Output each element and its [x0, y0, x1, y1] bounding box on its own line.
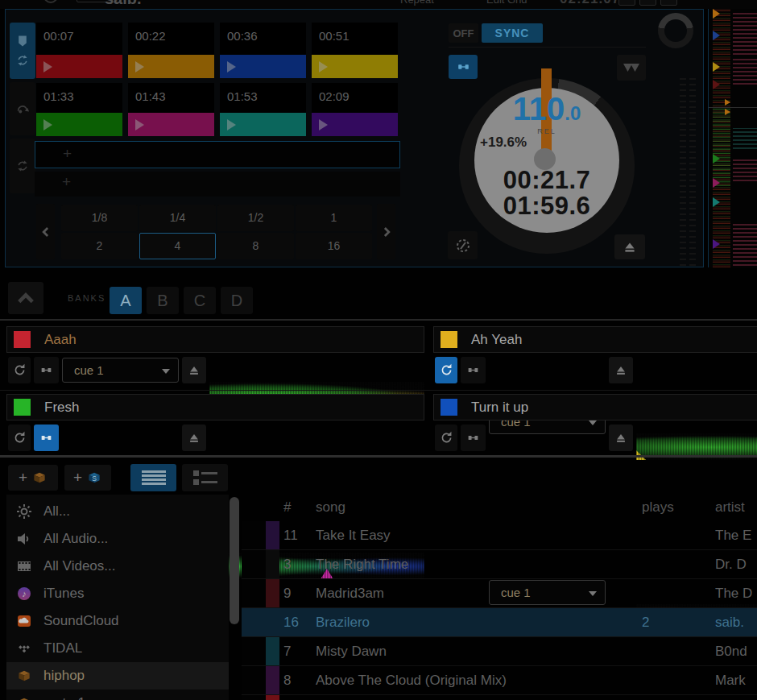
loop-size-1[interactable]: 1	[296, 205, 372, 231]
loop-slot-2[interactable]: +	[35, 172, 400, 197]
pitch-slider-track[interactable]	[680, 74, 686, 266]
sample-eject-button[interactable]	[609, 425, 633, 451]
cue-color-bar[interactable]	[220, 113, 306, 136]
row-gutter	[242, 521, 266, 549]
loop-size-1-2[interactable]: 1/2	[217, 205, 294, 231]
bank-a-button[interactable]: A	[110, 287, 142, 314]
cue-color-bar[interactable]	[128, 113, 214, 136]
sidebar-item-hiphop[interactable]: hiphop	[6, 662, 229, 690]
cue-color-bar[interactable]	[220, 55, 306, 78]
chevron-right-icon	[381, 225, 392, 239]
table-row[interactable]: 9 Madrid3am The D	[242, 579, 757, 608]
vinyl-mode-button[interactable]	[448, 231, 478, 259]
bank-d-button[interactable]: D	[221, 287, 253, 314]
add-smart-crate-button[interactable]: + S	[64, 465, 111, 491]
sample-repeat-button[interactable]	[435, 357, 457, 383]
bank-b-button[interactable]: B	[147, 287, 179, 314]
time-remaining: 01:59.6	[474, 192, 619, 221]
sample-repeat-button[interactable]	[8, 425, 31, 451]
loop-size-prev-button[interactable]	[36, 204, 55, 259]
cue-pad-5[interactable]: 01:33	[36, 83, 122, 136]
cue-pad-1[interactable]: 00:07	[36, 23, 122, 78]
loop-size-1-8[interactable]: 1/8	[61, 205, 138, 231]
cue-pad-3[interactable]: 00:36	[220, 23, 306, 78]
cue-color-bar[interactable]	[36, 113, 122, 136]
loop-size-4[interactable]: 4	[139, 233, 216, 259]
sidebar-item-tidal[interactable]: TIDAL	[6, 635, 229, 662]
loop-slot-1[interactable]: +	[35, 141, 400, 168]
sync-off-button[interactable]: OFF	[449, 23, 478, 43]
cue-color-bar[interactable]	[128, 55, 214, 78]
vinyl-icon	[455, 238, 471, 254]
loop-size-2[interactable]: 2	[61, 233, 138, 259]
tab-hot-cues[interactable]	[10, 23, 35, 79]
filter-knob[interactable]	[658, 13, 693, 48]
sample-repeat-button[interactable]	[8, 357, 31, 383]
divider	[0, 455, 757, 458]
column-header-num[interactable]: #	[283, 499, 291, 516]
sample-eject-button[interactable]	[609, 357, 633, 383]
table-row-selected[interactable]: 16 Brazilero 2 saib.	[242, 608, 757, 637]
sidebar-item-all[interactable]: All...	[6, 498, 229, 525]
grid-shift-button[interactable]	[660, 0, 677, 6]
sidebar-item-soundcloud[interactable]: SoundCloud	[6, 607, 229, 635]
loop-size-next-button[interactable]	[377, 204, 395, 259]
track-num: 3	[283, 557, 291, 573]
sample-sync-button[interactable]	[34, 425, 59, 451]
cue-color-bar[interactable]	[36, 55, 122, 78]
repeat-button[interactable]: Repeat	[400, 0, 434, 6]
eject-icon	[614, 365, 627, 376]
sync-button[interactable]: SYNC	[482, 23, 543, 43]
loop-size-8[interactable]: 8	[217, 233, 294, 259]
quantize-button[interactable]	[449, 55, 478, 79]
sample-repeat-button[interactable]	[435, 425, 457, 451]
cue-pad-6[interactable]: 01:43	[128, 83, 214, 136]
sample-sync-button[interactable]	[34, 357, 59, 383]
cue-color-bar[interactable]	[312, 113, 398, 136]
cue-pad-7[interactable]: 01:53	[220, 83, 306, 136]
table-row[interactable]	[242, 695, 757, 700]
collapse-sampler-button[interactable]	[8, 282, 43, 314]
eject-button[interactable]	[614, 234, 645, 259]
table-row[interactable]: 3 The Right Time Dr. D	[242, 550, 757, 579]
cue-pad-4[interactable]: 00:51	[312, 23, 398, 78]
table-row[interactable]: 11 Take It Easy The E	[242, 521, 757, 550]
track-overview-strip[interactable]	[708, 9, 757, 267]
sidebar-scrollbar[interactable]	[230, 497, 239, 624]
pitch-slider-track[interactable]	[689, 74, 696, 266]
column-header-artist[interactable]: artist	[715, 499, 745, 516]
add-crate-button[interactable]: +	[8, 465, 58, 491]
view-list-button[interactable]	[130, 464, 176, 491]
sample-sync-button[interactable]	[461, 357, 486, 383]
sidebar-item-all-audio[interactable]: All Audio...	[6, 525, 229, 553]
edit-grid-button[interactable]: Edit Grid	[486, 0, 527, 6]
column-header-plays[interactable]: plays	[642, 499, 674, 516]
add-loop-icon[interactable]: +	[63, 145, 72, 163]
table-row[interactable]: 7 Misty Dawn B0nd	[242, 637, 757, 666]
cue-pad-8[interactable]: 02:09	[312, 83, 398, 136]
column-header-song[interactable]: song	[316, 499, 345, 516]
add-loop-icon[interactable]: +	[62, 173, 71, 191]
sidebar-item-itunes[interactable]: ♪ iTunes	[6, 580, 229, 607]
tab-saved-loops[interactable]	[10, 82, 35, 135]
collapse-deck-button[interactable]	[617, 55, 646, 81]
bank-c-button[interactable]: C	[184, 287, 216, 314]
cue-time: 01:53	[220, 83, 306, 103]
key-lock-icon[interactable]	[43, 0, 58, 3]
sidebar-item-all-videos[interactable]: All Videos...	[6, 553, 229, 580]
grid-adjust-button[interactable]	[618, 0, 635, 6]
sample-cue-select[interactable]: cue 1	[62, 358, 179, 383]
tab-auto-loop[interactable]	[10, 139, 35, 193]
sample-eject-button[interactable]	[182, 357, 206, 383]
loop-size-16[interactable]: 16	[296, 233, 372, 259]
track-list-header: # song plays artist	[242, 493, 757, 521]
cue-color-bar[interactable]	[312, 55, 398, 78]
cue-pad-2[interactable]: 00:22	[128, 23, 214, 78]
view-detail-button[interactable]	[182, 464, 228, 491]
table-row[interactable]: 8 Above The Cloud (Original Mix) Mark	[242, 666, 757, 695]
grid-slip-button[interactable]	[639, 0, 656, 6]
sidebar-item-crate-1[interactable]: crate 1	[6, 690, 229, 700]
sample-eject-button[interactable]	[182, 425, 206, 451]
sample-sync-button[interactable]	[461, 425, 486, 451]
loop-size-1-4[interactable]: 1/4	[139, 205, 216, 231]
